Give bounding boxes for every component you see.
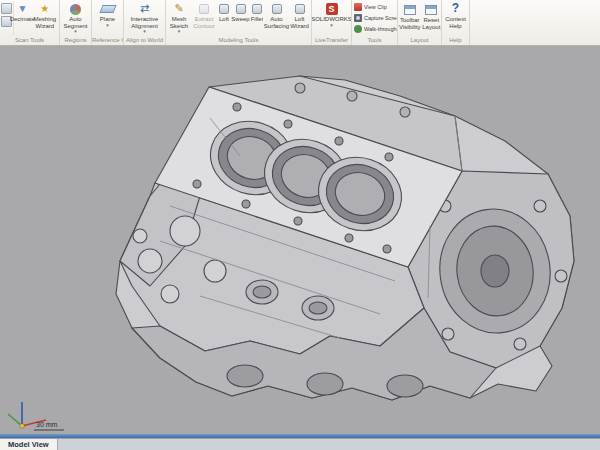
interactive-alignment-icon	[138, 2, 152, 16]
button-label: Auto Segment	[60, 16, 91, 29]
plane-button[interactable]: Plane	[92, 1, 123, 35]
view-clip-icon	[354, 3, 362, 11]
statusbar: Model View	[0, 438, 600, 450]
ribbon: Decimate Meshing Wizard Scan Tools Auto …	[0, 0, 600, 46]
ribbon-group-layout: Toolbar Visibility Reset Layout Layout	[398, 0, 442, 45]
fillet-button[interactable]: Fillet	[249, 1, 265, 35]
decimate-icon	[15, 2, 29, 16]
button-label: Auto Surfacing	[264, 16, 289, 29]
context-help-icon	[449, 2, 463, 16]
walk-through-icon	[354, 25, 362, 33]
auto-segment-button[interactable]: Auto Segment	[60, 1, 91, 35]
group-label: Align to World	[124, 36, 165, 45]
toolbar-visibility-button[interactable]: Toolbar Visibility	[398, 1, 422, 35]
meshing-wizard-icon	[38, 2, 52, 16]
button-label: Capture Screen	[364, 15, 398, 21]
loft-icon	[219, 4, 229, 14]
button-label: Plane	[100, 16, 115, 23]
button-label: Loft	[219, 16, 229, 23]
button-label: Loft Wizard	[288, 16, 311, 29]
solidworks-icon	[326, 3, 338, 15]
auto-surfacing-button[interactable]: Auto Surfacing	[265, 1, 288, 35]
button-label: Mesh Sketch	[166, 16, 192, 29]
capture-screen-icon	[354, 14, 362, 22]
button-label: Walk-through	[364, 26, 397, 32]
button-label: Reset Layout	[422, 17, 441, 30]
toolbar-visibility-icon	[404, 5, 416, 15]
button-label: Context Help	[442, 16, 469, 29]
scale-label: 30 mm	[36, 421, 58, 428]
ribbon-group-scan-tools: Decimate Meshing Wizard Scan Tools	[0, 0, 60, 45]
plane-icon	[99, 5, 116, 13]
loft-wizard-icon	[295, 4, 305, 14]
group-label: Modeling Tools	[166, 36, 311, 45]
button-label: Toolbar Visibility	[398, 17, 422, 30]
button-label: Interactive Alignment	[124, 16, 165, 29]
group-label: Tools	[352, 36, 397, 45]
triangle-mesh-icon[interactable]	[1, 3, 12, 14]
ribbon-group-align-to-world: Interactive Alignment Align to World	[124, 0, 166, 45]
loft-wizard-button[interactable]: Loft Wizard	[288, 1, 311, 35]
fillet-icon	[252, 4, 262, 14]
view-clip-button[interactable]: View Clip	[352, 2, 398, 13]
auto-surfacing-icon	[272, 4, 282, 14]
group-label: Scan Tools	[0, 36, 59, 45]
ribbon-filler	[470, 0, 600, 45]
scale-indicator: 30 mm	[34, 421, 64, 430]
mesh-sketch-icon	[172, 2, 186, 16]
walk-through-button[interactable]: Walk-through	[352, 24, 398, 35]
meshing-wizard-button[interactable]: Meshing Wizard	[31, 1, 59, 35]
extract-contour-button[interactable]: Extract Contour	[192, 1, 216, 35]
button-label: Sweep	[231, 16, 249, 23]
ribbon-group-regions: Auto Segment Regions	[60, 0, 92, 45]
tab-model-view[interactable]: Model View	[0, 439, 58, 450]
group-label: LiveTransfer	[312, 36, 351, 45]
ribbon-group-modeling-tools: Mesh Sketch Extract Contour Loft Sweep F…	[166, 0, 312, 45]
reset-layout-icon	[425, 5, 437, 15]
group-label: Regions	[60, 36, 91, 45]
button-label: SOLIDWORKS	[312, 16, 352, 23]
ribbon-group-help: Context Help Help	[442, 0, 470, 45]
context-help-button[interactable]: Context Help	[442, 1, 469, 35]
mesh-sketch-button[interactable]: Mesh Sketch	[166, 1, 192, 35]
sweep-button[interactable]: Sweep	[232, 1, 249, 35]
ribbon-group-reference-geometry: Plane Reference Geometry	[92, 0, 124, 45]
group-label: Help	[442, 36, 469, 45]
group-label: Reference Geometry	[92, 36, 123, 45]
3d-viewport[interactable]: 30 mm	[0, 46, 600, 434]
auto-segment-icon	[70, 4, 81, 15]
button-label: Extract Contour	[192, 16, 216, 29]
capture-screen-button[interactable]: Capture Screen	[352, 13, 398, 24]
reset-layout-button[interactable]: Reset Layout	[422, 1, 441, 35]
decimate-button[interactable]: Decimate	[14, 1, 31, 35]
interactive-alignment-button[interactable]: Interactive Alignment	[124, 1, 165, 35]
ribbon-group-tools: View Clip Capture Screen Walk-through To…	[352, 0, 398, 45]
engine-block-model[interactable]: 30 mm	[0, 46, 600, 434]
extract-contour-icon	[199, 4, 209, 14]
group-label: Layout	[398, 36, 441, 45]
button-label: Meshing Wizard	[31, 16, 59, 29]
sweep-icon	[236, 4, 246, 14]
ribbon-group-livetransfer: SOLIDWORKS LiveTransfer	[312, 0, 352, 45]
loft-button[interactable]: Loft	[216, 1, 232, 35]
button-label: Fillet	[251, 16, 264, 23]
button-label: View Clip	[364, 4, 387, 10]
solidworks-button[interactable]: SOLIDWORKS	[312, 1, 351, 35]
